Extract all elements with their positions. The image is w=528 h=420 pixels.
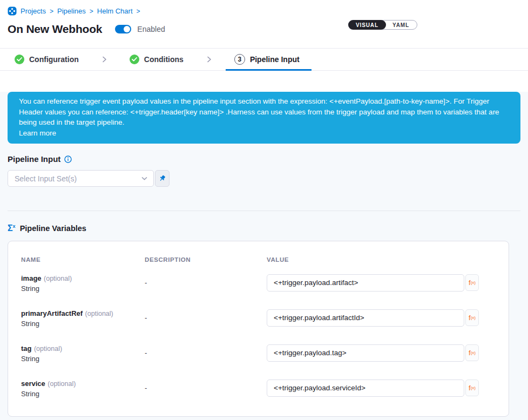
variable-name-cell: image (optional) String (21, 273, 145, 293)
enabled-toggle[interactable] (115, 25, 131, 33)
info-banner-text: You can reference trigger event payload … (19, 97, 499, 126)
check-circle-icon (130, 55, 139, 64)
visual-toggle-button[interactable]: VISUAL (348, 20, 386, 30)
input-set-select[interactable] (8, 170, 154, 187)
info-banner: You can reference trigger event payload … (8, 92, 520, 144)
tab-configuration[interactable]: Configuration (15, 49, 79, 70)
chevron-right-icon (100, 56, 108, 63)
expression-fx-button[interactable]: f(x) (465, 344, 479, 361)
variable-type: String (21, 355, 145, 363)
variables-table-header: NAME DESCRIPTION VALUE (21, 256, 496, 263)
variable-description: - (145, 384, 267, 392)
main-content: You can reference trigger event payload … (0, 92, 528, 420)
visual-yaml-toggle: VISUAL YAML (348, 20, 417, 30)
variable-description: - (145, 349, 267, 357)
pushpin-icon (158, 174, 166, 182)
variable-description: - (145, 314, 267, 322)
variable-type: String (21, 320, 145, 328)
input-set-select-input[interactable] (9, 174, 141, 183)
variable-value-cell: f(x) (267, 344, 496, 362)
expression-fx-button[interactable]: f(x) (465, 274, 479, 291)
column-header-name: NAME (21, 256, 145, 263)
variable-optional-tag: (optional) (85, 310, 113, 317)
pin-input-set-button[interactable] (155, 170, 170, 187)
learn-more-link[interactable]: Learn more (19, 128, 507, 139)
variable-type: String (21, 390, 145, 398)
page-header: Projects > Pipelines > Helm Chart > On N… (0, 0, 528, 48)
tab-conditions-label: Conditions (144, 55, 184, 64)
variable-name: primaryArtifactRef (21, 309, 83, 317)
pipeline-input-title: Pipeline Input (8, 154, 60, 164)
section-divider (8, 211, 520, 211)
variable-optional-tag: (optional) (48, 380, 76, 388)
title-row: On New Webhook Enabled (8, 23, 520, 36)
column-header-description: DESCRIPTION (145, 256, 267, 263)
variable-type: String (21, 284, 145, 293)
wizard-tab-bar: Configuration Conditions 3 Pipeline Inpu… (0, 48, 528, 71)
tab-conditions[interactable]: Conditions (130, 49, 184, 70)
variable-description: - (145, 279, 267, 287)
column-header-value: VALUE (267, 256, 496, 263)
variable-value-cell: f(x) (267, 380, 496, 397)
variable-value-cell: f(x) (267, 274, 496, 292)
variable-value-input[interactable] (267, 309, 464, 327)
input-set-select-row (8, 170, 520, 187)
variable-value-input[interactable] (267, 274, 464, 292)
variable-name: service (21, 380, 45, 388)
variable-name-cell: service (optional) String (21, 378, 145, 398)
breadcrumb-separator: > (137, 8, 140, 15)
projects-grid-icon (8, 6, 17, 16)
pipeline-input-heading: Pipeline Input (8, 154, 520, 164)
variable-value-input[interactable] (267, 344, 464, 362)
variable-name: image (21, 274, 42, 282)
variable-optional-tag: (optional) (44, 275, 72, 282)
pipeline-variables-card: NAME DESCRIPTION VALUE image (optional) … (8, 241, 509, 417)
variable-name-cell: tag (optional) String (21, 343, 145, 363)
breadcrumb-separator: > (50, 8, 53, 15)
tab-configuration-label: Configuration (29, 55, 79, 64)
chevron-down-icon (141, 175, 148, 182)
info-icon[interactable] (64, 155, 72, 163)
variable-value-input[interactable] (267, 380, 464, 397)
check-circle-icon (15, 55, 24, 64)
toggle-knob-icon (124, 26, 130, 32)
tab-pipeline-input[interactable]: 3 Pipeline Input (234, 49, 300, 70)
expression-fx-button[interactable]: f(x) (465, 309, 479, 326)
chevron-right-icon (205, 56, 213, 63)
breadcrumb-pipelines[interactable]: Pipelines (57, 7, 86, 15)
tab-pipeline-input-label: Pipeline Input (250, 55, 300, 64)
enabled-label: Enabled (137, 25, 165, 33)
pipeline-variables-title: Pipeline Variables (20, 224, 86, 233)
step-number-badge: 3 (234, 54, 245, 65)
breadcrumb-helm-chart[interactable]: Helm Chart (97, 7, 133, 15)
variable-optional-tag: (optional) (34, 345, 62, 353)
expression-fx-button[interactable]: f(x) (465, 380, 479, 396)
sigma-x-icon: Σx (8, 224, 16, 233)
breadcrumb-projects[interactable]: Projects (21, 7, 46, 15)
page-title: On New Webhook (8, 23, 102, 36)
variable-name: tag (21, 344, 32, 353)
variable-name-cell: primaryArtifactRef (optional) String (21, 308, 145, 328)
breadcrumb-separator: > (90, 8, 93, 15)
table-row: service (optional) String - f(x) (21, 372, 496, 403)
table-row: image (optional) String - f(x) (21, 267, 496, 298)
breadcrumb: Projects > Pipelines > Helm Chart > (8, 6, 520, 16)
pipeline-variables-heading: Σx Pipeline Variables (8, 224, 520, 233)
table-row: tag (optional) String - f(x) (21, 337, 496, 368)
table-row: primaryArtifactRef (optional) String - f… (21, 302, 496, 333)
variable-value-cell: f(x) (267, 309, 496, 327)
yaml-toggle-button[interactable]: YAML (385, 20, 417, 30)
